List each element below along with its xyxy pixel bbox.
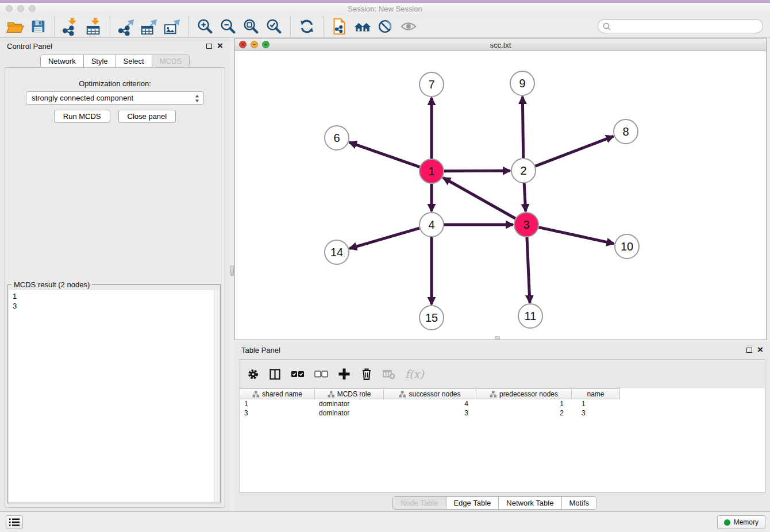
open-folder-icon[interactable]: [5, 17, 25, 36]
edge-4-14[interactable]: [349, 228, 419, 248]
column-header-shared-name[interactable]: shared name: [240, 388, 315, 399]
delete-table-icon: [383, 368, 395, 380]
tab-node-table[interactable]: Node Table: [393, 497, 446, 509]
control-panel-tabs: Network Style Select MCDS: [0, 55, 230, 68]
table-row: 1 dominator 4 1 1: [240, 399, 620, 408]
mcds-tab-content: Optimization criterion: strongly connect…: [5, 67, 225, 508]
column-header-mcds-role[interactable]: MCDS role: [315, 388, 384, 399]
app-window-title: Session: New Session: [0, 5, 770, 13]
tab-edge-table[interactable]: Edge Table: [446, 497, 499, 509]
edge-1-6[interactable]: [349, 142, 420, 167]
network-window-titlebar[interactable]: × − + scc.txt: [235, 38, 766, 51]
close-table-panel-icon[interactable]: ×: [757, 346, 763, 353]
mcds-result-scrollbar[interactable]: [214, 290, 219, 502]
export-network-icon[interactable]: [116, 17, 137, 36]
task-history-button[interactable]: [6, 515, 23, 529]
node-label-11: 11: [525, 310, 537, 322]
toggle-details-icon[interactable]: [375, 17, 396, 36]
cell-shared-name[interactable]: 1: [240, 399, 315, 408]
export-table-icon[interactable]: [139, 17, 160, 36]
close-panel-button[interactable]: Close panel: [118, 110, 176, 123]
select-all-icon[interactable]: [291, 369, 305, 379]
node-label-8: 8: [622, 125, 629, 138]
function-builder-icon: f(x): [405, 368, 424, 380]
close-panel-icon[interactable]: ×: [217, 43, 223, 49]
search-input[interactable]: [614, 22, 758, 30]
tab-network-table[interactable]: Network Table: [499, 497, 561, 509]
optimization-select[interactable]: strongly connected component: [26, 91, 204, 105]
cell-mcds-role[interactable]: dominator: [315, 408, 384, 418]
float-panel-icon[interactable]: [206, 44, 212, 49]
tab-style[interactable]: Style: [84, 55, 116, 67]
import-table-icon[interactable]: [83, 17, 104, 36]
column-header-successor-nodes[interactable]: successor nodes: [384, 388, 476, 399]
list-icon: [9, 518, 20, 527]
memory-button[interactable]: Memory: [717, 515, 765, 529]
deselect-all-icon[interactable]: [314, 369, 328, 379]
vertical-splitter-handle[interactable]: [230, 265, 234, 276]
cell-mcds-role[interactable]: dominator: [315, 399, 384, 408]
edge-2-8[interactable]: [536, 136, 614, 166]
control-panel: Control Panel × Network Style Select MCD…: [0, 38, 230, 511]
import-network-icon[interactable]: [60, 17, 81, 36]
network-view-window: × − + scc.txt 1234678910111415: [234, 38, 767, 340]
home-icon[interactable]: [352, 17, 373, 36]
cell-successor-nodes[interactable]: 3: [384, 408, 476, 418]
add-row-icon[interactable]: [338, 368, 351, 380]
node-label-7: 7: [428, 78, 434, 91]
edge-3-1[interactable]: [443, 178, 515, 218]
mcds-result-text[interactable]: 1 3: [9, 290, 219, 502]
run-mcds-button[interactable]: Run MCDS: [54, 110, 110, 123]
node-label-15: 15: [425, 311, 438, 324]
float-table-panel-icon[interactable]: [746, 348, 752, 353]
column-layout-icon[interactable]: [269, 368, 281, 380]
edge-3-11[interactable]: [527, 237, 530, 303]
main-toolbar: [0, 15, 770, 38]
toolbar-separator: [188, 17, 189, 36]
zoom-out-icon[interactable]: [218, 17, 238, 36]
save-icon[interactable]: [28, 17, 48, 36]
column-header-name[interactable]: name: [572, 388, 620, 399]
edge-2-9[interactable]: [522, 97, 523, 158]
toolbar-separator: [323, 17, 324, 36]
node-label-10: 10: [621, 240, 633, 253]
delete-icon[interactable]: [360, 367, 373, 381]
zoom-selected-icon[interactable]: [264, 17, 284, 36]
zoom-fit-icon[interactable]: [241, 17, 261, 36]
table-header-row: shared name MCDS role successor nodes pr…: [240, 388, 620, 399]
node-label-14: 14: [330, 246, 343, 259]
network-view-title: scc.txt: [235, 41, 766, 49]
settings-gear-icon[interactable]: [247, 368, 259, 380]
mcds-result-group: MCDS result (2 nodes) 1 3: [7, 284, 221, 503]
hierarchy-icon: [328, 391, 334, 398]
control-panel-title: Control Panel: [7, 42, 52, 51]
edge-1-2[interactable]: [444, 171, 510, 171]
tab-select[interactable]: Select: [116, 55, 152, 67]
toolbar-separator: [54, 17, 55, 36]
node-label-6: 6: [333, 132, 340, 144]
memory-status-dot: [724, 519, 730, 526]
column-header-predecessor-nodes[interactable]: predecessor nodes: [476, 388, 572, 399]
cell-name[interactable]: 1: [572, 399, 620, 408]
search-box[interactable]: [598, 19, 763, 33]
zoom-in-icon[interactable]: [195, 17, 215, 36]
refresh-icon[interactable]: [297, 17, 317, 36]
edge-3-10[interactable]: [538, 228, 614, 244]
cell-shared-name[interactable]: 3: [240, 408, 315, 418]
export-image-icon[interactable]: [162, 17, 183, 36]
tab-mcds[interactable]: MCDS: [152, 55, 189, 67]
status-bar: Memory: [0, 511, 770, 532]
edge-2-3[interactable]: [524, 183, 526, 211]
tab-motifs[interactable]: Motifs: [561, 497, 596, 509]
cell-predecessor-nodes[interactable]: 2: [476, 408, 572, 418]
network-canvas[interactable]: 1234678910111415: [235, 51, 766, 340]
cell-successor-nodes[interactable]: 4: [384, 399, 476, 408]
cell-name[interactable]: 3: [572, 408, 620, 418]
cell-predecessor-nodes[interactable]: 1: [476, 399, 572, 408]
node-label-1: 1: [428, 165, 434, 178]
horizontal-splitter-handle[interactable]: [495, 336, 500, 340]
tab-network[interactable]: Network: [41, 55, 84, 67]
eye-icon[interactable]: [398, 17, 419, 36]
network-document-icon[interactable]: [329, 17, 350, 36]
table-panel-tabs: Node Table Edge Table Network Table Moti…: [392, 496, 597, 510]
